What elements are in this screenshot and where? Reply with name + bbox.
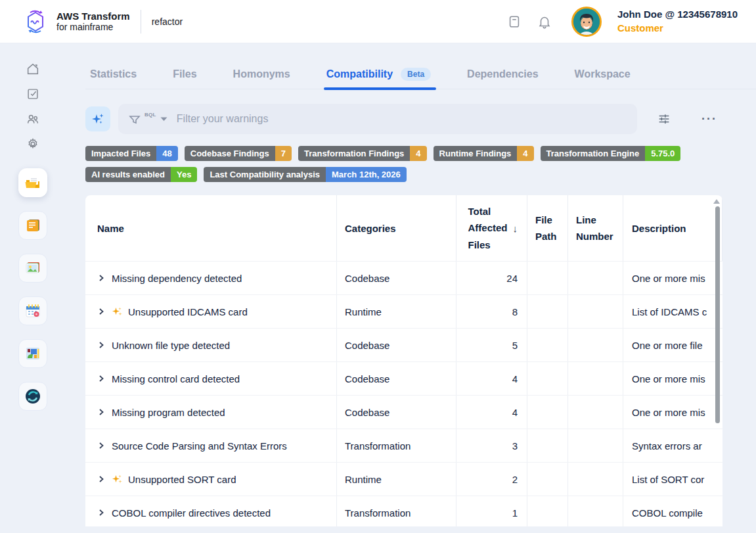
warning-name: Missing program detected [112,407,225,418]
brand-subtitle: for mainframe [56,22,130,32]
warning-category: Transformation [345,440,411,452]
badge-value: March 12th, 2026 [326,167,407,182]
chevron-down-icon[interactable] [160,117,167,122]
beta-badge: Beta [401,68,431,81]
app-card-sync[interactable] [18,382,47,411]
badge-row: Impacted Files 48 Codebase Findings 7 Tr… [85,146,756,161]
table-row[interactable]: Source Code Parsing and Syntax Errors Tr… [85,429,723,462]
table-row[interactable]: Unsupported SORT card Runtime 2 List of … [85,462,723,496]
table-row[interactable]: Missing control card detected Codebase 4… [85,361,723,395]
status-badge: Last Compatibility analysis March 12th, … [204,167,406,182]
column-header-total-affected-files[interactable]: Total Affected Files ↓ [456,195,527,261]
tab-dependencies[interactable]: Dependencies [467,59,538,89]
column-header-description[interactable]: Description [623,195,723,261]
column-settings-icon[interactable] [657,112,671,126]
warning-description: Syntax errors ar [632,440,702,452]
table-row[interactable]: Missing program detected Codebase 4 One … [85,395,723,429]
warning-category: Codebase [345,407,389,418]
expand-chevron-icon[interactable] [97,509,105,517]
expand-chevron-icon[interactable] [97,375,105,382]
tab-bar: Statistics Files Homonyms Compatibility … [85,59,756,89]
settings-gear-icon[interactable] [26,137,40,151]
badge-label: Impacted Files [85,146,156,161]
user-name: John Doe @ 12345678910 [617,8,738,21]
sidebar [0,43,66,533]
table-row[interactable]: Unknown file type detected Codebase 5 On… [85,328,723,361]
warning-category: Codebase [345,340,389,351]
total-affected-files-value: 8 [512,306,518,317]
ai-assist-button[interactable] [85,106,110,131]
tab-statistics[interactable]: Statistics [90,59,137,89]
badge-value: 4 [517,146,533,161]
tab-files[interactable]: Files [173,59,196,89]
warning-description: One or more mis [632,407,705,418]
scrollbar-thumb[interactable] [715,206,720,423]
warning-name: Unknown file type detected [112,340,230,351]
tab-workspace[interactable]: Workspace [575,59,631,89]
tab-compatibility[interactable]: Compatibility Beta [326,59,431,89]
more-actions-button[interactable]: ··· [701,112,717,126]
badge-value: 48 [156,146,177,161]
globe-sync-icon [24,387,42,406]
tasks-icon[interactable] [26,87,40,101]
table-row[interactable]: Unsupported IDCAMS card Runtime 8 List o… [85,294,723,328]
badge-label: Last Compatibility analysis [204,167,326,182]
column-header-line-number[interactable]: Line Number [568,195,623,261]
status-badge: Runtime Findings 4 [434,146,534,161]
column-header-file-path[interactable]: File Path [527,195,568,261]
table-body: Missing dependency detected Codebase 24 … [85,261,723,526]
warning-name: Unsupported SORT card [128,474,236,485]
bql-label: BQL [145,112,156,118]
badge-row: AI results enabled Yes Last Compatibilit… [85,167,756,182]
expand-chevron-icon[interactable] [97,408,105,416]
total-affected-files-value: 5 [512,340,518,351]
badge-label: Transformation Engine [541,146,646,161]
summary-badges: Impacted Files 48 Codebase Findings 7 Tr… [85,146,756,182]
status-badge: AI results enabled Yes [85,167,197,182]
warning-name: COBOL compiler directives detected [112,507,271,519]
bql-funnel-icon[interactable]: BQL [129,113,154,125]
sort-desc-icon[interactable]: ↓ [513,223,518,234]
expand-chevron-icon[interactable] [97,274,105,282]
column-header-name[interactable]: Name [85,195,337,261]
product-name: refactor [152,16,183,27]
warning-description: One or more mis [632,373,705,384]
warning-description: List of IDCAMS c [632,306,707,317]
badge-value: Yes [171,167,197,182]
image-gallery-icon [24,259,42,277]
app-card-folder[interactable] [18,168,47,197]
app-card-images[interactable] [18,254,47,283]
table-row[interactable]: COBOL compiler directives detected Trans… [85,496,723,526]
app-card-calendar[interactable] [18,296,47,325]
app-card-dashboard[interactable] [18,339,47,368]
table-header: Name Categories Total Affected Files ↓ F… [85,195,723,261]
total-affected-files-value: 4 [512,407,518,418]
column-header-categories[interactable]: Categories [337,195,456,261]
home-icon[interactable] [26,62,40,76]
warnings-table: Name Categories Total Affected Files ↓ F… [85,195,723,526]
scrollbar-up-arrow[interactable] [713,199,720,204]
expand-chevron-icon[interactable] [97,341,105,349]
total-affected-files-value: 1 [512,507,518,519]
table-row[interactable]: Missing dependency detected Codebase 24 … [85,261,723,294]
expand-chevron-icon[interactable] [97,475,105,483]
brand: AWS Transform for mainframe [22,9,130,35]
warning-description: COBOL compile [632,507,703,519]
badge-value: 4 [410,146,426,161]
tab-homonyms[interactable]: Homonyms [233,59,290,89]
notifications-bell-icon[interactable] [537,14,552,29]
users-icon[interactable] [26,112,40,126]
documentation-icon[interactable] [507,14,522,29]
warning-name: Source Code Parsing and Syntax Errors [112,440,287,452]
warning-category: Transformation [345,507,411,519]
sparkles-icon [91,112,105,126]
filter-input[interactable]: BQL Filter your warnings [118,104,637,134]
badge-label: Transformation Findings [298,146,410,161]
app-card-notes[interactable] [18,211,47,240]
expand-chevron-icon[interactable] [97,308,105,315]
brand-title: AWS Transform [56,11,130,22]
warning-description: One or more mis [632,273,705,284]
avatar-face [573,9,600,35]
expand-chevron-icon[interactable] [97,442,105,450]
user-avatar[interactable] [571,7,602,37]
